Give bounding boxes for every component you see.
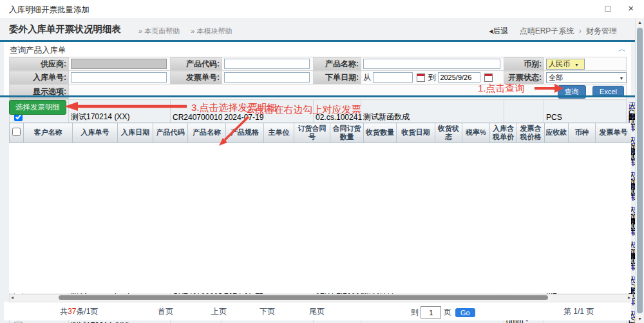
red-arrow-right-icon bbox=[533, 83, 564, 93]
close-button-icon[interactable]: × bbox=[628, 3, 634, 14]
product-code-field[interactable] bbox=[224, 59, 310, 69]
scroll-up-icon[interactable]: ▲ bbox=[636, 20, 644, 24]
breadcrumb-system[interactable]: 点晴ERP子系统 bbox=[520, 26, 574, 35]
record-count: 共37条/1页 bbox=[60, 306, 98, 317]
product-code-label: 产品代码: bbox=[171, 57, 222, 71]
maximize-button-icon[interactable]: □ bbox=[605, 3, 611, 14]
column-header: 收货状态 bbox=[435, 123, 462, 143]
column-header: 发票含税价格 bbox=[517, 123, 545, 143]
module-help-link[interactable]: » 本模块帮助 bbox=[191, 27, 232, 35]
select-invoice-details-button[interactable]: 选择发票明细 bbox=[9, 100, 66, 115]
breadcrumb: ◂后退 点晴ERP子系统 › 财务管理 bbox=[489, 26, 617, 37]
goto-page-input[interactable] bbox=[421, 306, 441, 318]
column-header: 产品代码 bbox=[153, 123, 188, 143]
order-date-label: 下单日期: bbox=[314, 71, 361, 84]
vertical-scrollbar[interactable]: ▲ ▼ bbox=[635, 18, 644, 323]
breadcrumb-module[interactable]: 财务管理 bbox=[586, 26, 617, 35]
help-links: » 本页面帮助 » 本模块帮助 bbox=[138, 26, 241, 36]
annotation-step3: 3.点击选择发票明细 bbox=[191, 102, 277, 114]
invoice-no-field[interactable] bbox=[224, 72, 310, 83]
currency-label: 币别: bbox=[504, 57, 544, 71]
column-header: 收货日期 bbox=[397, 123, 435, 143]
prev-page-link[interactable]: 上页 bbox=[211, 306, 227, 317]
collapse-icon[interactable]: ︿ bbox=[618, 44, 626, 55]
column-header: 币种 bbox=[569, 123, 596, 143]
invoice-status-select[interactable]: 全部 ▼ bbox=[546, 72, 627, 83]
supplier-label: 供应商: bbox=[10, 57, 69, 71]
annotation-step1: 1.点击查询 bbox=[478, 83, 525, 95]
supplier-field[interactable] bbox=[71, 59, 167, 69]
date-from-label: 从 bbox=[363, 73, 371, 82]
page-title: 委外入库单开票状况明细表 bbox=[9, 23, 121, 35]
scroll-left-icon[interactable]: ◂ bbox=[11, 295, 14, 300]
chevron-down-icon: ▼ bbox=[619, 73, 623, 83]
calendar-icon[interactable] bbox=[484, 73, 493, 82]
inbound-detail-table-wrap: 客户名称入库单号入库日期产品代码产品名称产品规格主单位订货合同号合同订货数量收货… bbox=[9, 122, 631, 293]
column-header: 入库含税单价 bbox=[490, 123, 517, 143]
query-panel-title: 查询产品入库单 bbox=[10, 45, 66, 56]
page-help-link[interactable]: » 本页面帮助 bbox=[138, 27, 180, 35]
pagination-bar: 共37条/1页 首页 上页 下页 尾页 到 页 Go 第 1/1 页 bbox=[4, 302, 631, 320]
date-to-label: 到 bbox=[428, 73, 436, 82]
breadcrumb-separator: › bbox=[579, 26, 582, 35]
column-header: 合同订货数量 bbox=[330, 123, 364, 143]
horizontal-scrollbar[interactable]: ◂ ▸ bbox=[9, 294, 632, 302]
goto-prefix: 到 bbox=[411, 308, 419, 317]
horizontal-scrollbar-thumb[interactable] bbox=[59, 295, 548, 300]
column-header: 订货合同号 bbox=[294, 123, 330, 143]
select-all-checkbox[interactable] bbox=[12, 128, 21, 136]
go-button[interactable]: Go bbox=[455, 308, 475, 317]
column-header[interactable]: 入库日期 bbox=[118, 123, 153, 143]
column-header: 收货数量 bbox=[364, 123, 397, 143]
column-header: 税率% bbox=[462, 123, 490, 143]
goto-page-control: 到 页 Go bbox=[411, 306, 475, 318]
scroll-down-icon[interactable]: ▼ bbox=[636, 317, 644, 321]
product-name-label: 产品名称: bbox=[314, 57, 361, 71]
goto-suffix: 页 bbox=[444, 308, 451, 317]
calendar-icon[interactable] bbox=[417, 73, 425, 82]
invoice-no-label: 发票单号: bbox=[171, 71, 222, 84]
red-arrow-diagonal-icon bbox=[215, 113, 252, 147]
currency-select[interactable]: 人民币 ▼ bbox=[546, 59, 585, 70]
invoice-table: 客户名称入库单号入库日期产品代码产品名称产品规格主单位订货合同号合同订货数量收货… bbox=[9, 122, 631, 143]
table-header-row: 客户名称入库单号入库日期产品代码产品名称产品规格主单位订货合同号合同订货数量收货… bbox=[10, 123, 632, 143]
first-page-link[interactable]: 首页 bbox=[158, 306, 173, 317]
module-header: 委外入库单开票状况明细表 » 本页面帮助 » 本模块帮助 ◂后退 点晴ERP子系… bbox=[0, 18, 635, 40]
chevron-down-icon: ▼ bbox=[574, 63, 579, 67]
inbound-no-field[interactable] bbox=[71, 72, 167, 83]
red-arrow-left-icon bbox=[63, 101, 189, 112]
date-from-field[interactable] bbox=[373, 72, 413, 83]
product-name-field[interactable] bbox=[363, 59, 500, 69]
back-link[interactable]: ◂后退 bbox=[489, 26, 508, 35]
column-header: 入库单号 bbox=[73, 123, 118, 143]
column-header: 客户名称 bbox=[24, 123, 73, 143]
scroll-right-icon[interactable]: ▸ bbox=[628, 295, 630, 300]
page-indicator: 第 1/1 页 bbox=[564, 306, 594, 317]
column-header: 发票单号 bbox=[596, 123, 632, 143]
window-titlebar: 入库明细开票批量添加 □ × bbox=[0, 0, 644, 18]
column-header: 应收款 bbox=[545, 123, 569, 143]
vertical-scrollbar-thumb[interactable] bbox=[637, 28, 643, 313]
date-to-field[interactable] bbox=[438, 72, 480, 83]
inbound-no-label: 入库单号: bbox=[10, 71, 69, 84]
next-page-link[interactable]: 下页 bbox=[260, 306, 275, 317]
column-header: 主单位 bbox=[264, 123, 294, 143]
divider-line-bottom bbox=[0, 95, 635, 97]
window-title: 入库明细开票批量添加 bbox=[9, 5, 90, 15]
last-page-link[interactable]: 尾页 bbox=[309, 306, 325, 317]
